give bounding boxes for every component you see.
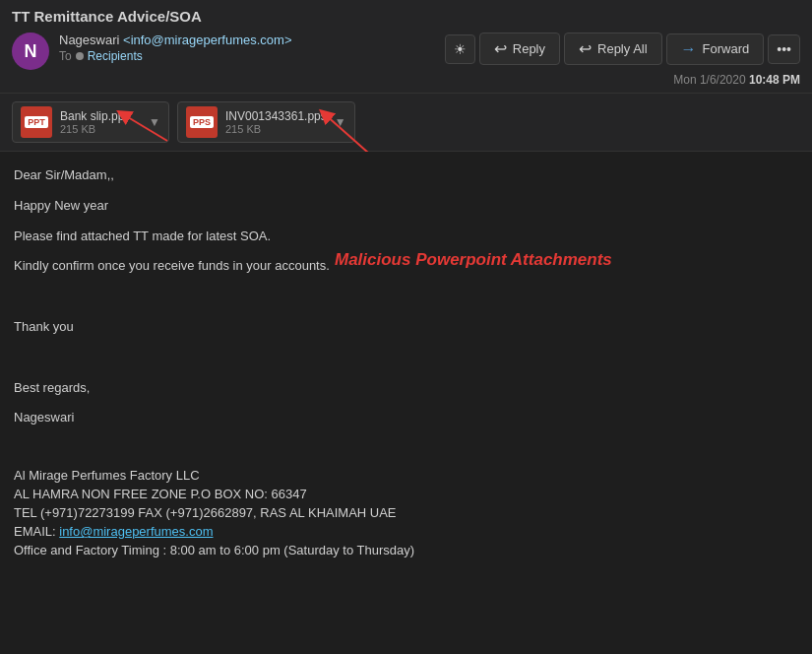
attachment-icon-2: PPS	[186, 106, 218, 138]
email-text: Dear Sir/Madam,, Happy New year Please f…	[14, 165, 798, 428]
sig-line-2: AL HAMRA NON FREE ZONE P.O BOX NO: 66347	[14, 487, 798, 501]
sender-email: <info@mirageperfumes.com>	[123, 33, 291, 47]
body-line-9: Nageswari	[14, 408, 798, 428]
signature-block: Al Mirage Perfumes Factory LLC AL HAMRA …	[14, 468, 798, 557]
to-line: To Recipients	[59, 49, 291, 63]
email-header: TT Remittance Advice/SOA N Nageswari <in…	[0, 0, 812, 94]
email-viewer: TT Remittance Advice/SOA N Nageswari <in…	[0, 0, 812, 654]
date-line: Mon 1/6/2020 10:48 PM	[673, 73, 800, 87]
attachment-item-2[interactable]: PPS INV001343361.pps 215 KB ▼	[177, 101, 355, 143]
attachment-info-2: INV001343361.pps 215 KB	[225, 109, 327, 135]
attachment-item-1[interactable]: PPT Bank slip.ppt 215 KB ▼	[12, 101, 169, 143]
to-label: To	[59, 49, 72, 63]
brightness-button[interactable]: ☀	[445, 34, 475, 64]
attachment-icon-1: PPT	[21, 106, 52, 138]
action-buttons: ☀ ↩ Reply ↩ Reply All → Fo	[445, 33, 800, 65]
sig-line-4: EMAIL: info@mirageperfumes.com	[14, 524, 798, 539]
email-date: Mon 1/6/2020	[673, 73, 745, 87]
reply-label: Reply	[513, 41, 545, 56]
reply-arrow: ↩	[494, 39, 507, 58]
more-icon: •••	[777, 41, 791, 57]
attachment-size-1: 215 KB	[60, 123, 141, 135]
attachment-name-1: Bank slip.ppt	[60, 109, 141, 123]
body-line-5	[14, 287, 798, 307]
email-time: 10:48 PM	[749, 73, 800, 87]
more-button[interactable]: •••	[768, 34, 800, 64]
body-line-7	[14, 348, 798, 368]
forward-button[interactable]: → Forward	[666, 33, 765, 65]
attachment-chevron-1[interactable]: ▼	[149, 115, 160, 129]
attachment-chevron-2[interactable]: ▼	[335, 115, 346, 129]
body-line-1: Dear Sir/Madam,,	[14, 165, 798, 186]
brightness-icon: ☀	[454, 41, 467, 57]
email-link[interactable]: info@mirageperfumes.com	[59, 524, 213, 539]
attachments-row: PPT Bank slip.ppt 215 KB ▼ PPS INV001343…	[0, 94, 812, 152]
reply-all-button[interactable]: ↩ Reply All	[564, 33, 662, 65]
sender-name: Nageswari <info@mirageperfumes.com>	[59, 33, 291, 47]
recipients-text: Recipients	[88, 49, 143, 63]
sig-line-3: TEL (+971)72273199 FAX (+971)2662897, RA…	[14, 505, 798, 520]
malicious-label: Malicious Powerpoint Attachments	[335, 250, 612, 270]
reply-button[interactable]: ↩ Reply	[479, 33, 560, 65]
body-line-2: Happy New year	[14, 196, 798, 217]
email-subject: TT Remittance Advice/SOA	[12, 8, 800, 25]
attachment-name-2: INV001343361.pps	[225, 109, 327, 123]
attachment-size-2: 215 KB	[225, 123, 327, 135]
header-row: N Nageswari <info@mirageperfumes.com> To…	[12, 33, 800, 87]
body-line-6: Thank you	[14, 317, 798, 338]
sig-line-1: Al Mirage Perfumes Factory LLC	[14, 468, 798, 483]
reply-all-arrow: ↩	[579, 39, 592, 58]
recipients-dot	[76, 52, 84, 60]
attachment-info-1: Bank slip.ppt 215 KB	[60, 109, 141, 135]
body-line-8: Best regards,	[14, 378, 798, 399]
sender-details: Nageswari <info@mirageperfumes.com> To R…	[59, 33, 291, 63]
sender-info: N Nageswari <info@mirageperfumes.com> To…	[12, 33, 291, 70]
reply-all-label: Reply All	[597, 41, 648, 56]
body-line-3: Please find attached TT made for latest …	[14, 227, 798, 247]
forward-label: Forward	[703, 41, 750, 56]
header-right: ☀ ↩ Reply ↩ Reply All → Fo	[445, 33, 800, 87]
avatar: N	[12, 33, 49, 70]
sig-line-5: Office and Factory Timing : 8:00 am to 6…	[14, 543, 798, 557]
email-body: Malicious Powerpoint Attachments Dear Si…	[0, 152, 812, 654]
forward-arrow: →	[681, 40, 697, 58]
